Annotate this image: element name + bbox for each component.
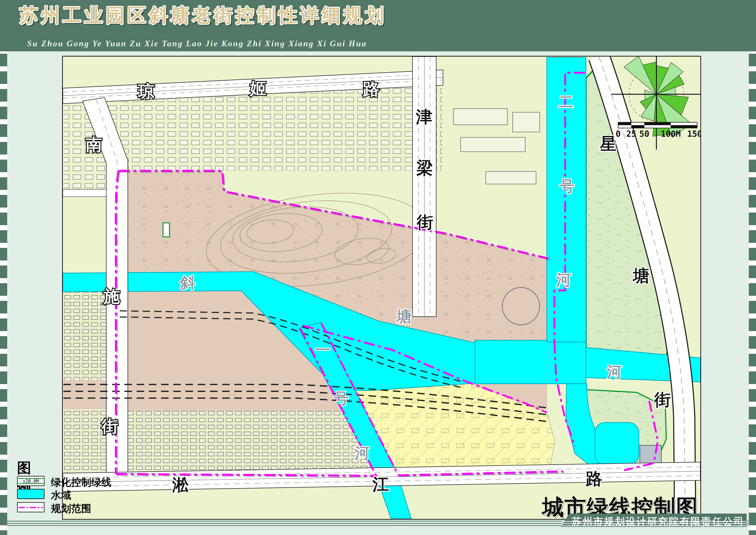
legend-label-green-line: 绿化控制绿线 xyxy=(51,476,111,489)
scale-tick: 25 xyxy=(626,129,636,139)
river-island xyxy=(502,288,540,325)
road-label-qiongji-2: 姬 xyxy=(249,79,266,98)
road-label-qiongji-3: 路 xyxy=(363,80,379,98)
legend-symbol-water xyxy=(17,489,44,499)
road-label-jinliang-2: 梁 xyxy=(417,159,433,177)
road-label-nanshi-2: 施 xyxy=(103,287,120,305)
river-label-xietang-2: 塘 xyxy=(396,308,412,325)
river-label-xietang-3: 河 xyxy=(607,363,622,380)
road-label-jinliang-3: 街 xyxy=(416,213,433,231)
plan-map: N 0 25 50 100M 150M 琼 姬 路 南 施 街 津 梁 街 二 xyxy=(63,57,700,519)
film-strip-left xyxy=(0,51,7,535)
arrow-updown-icon: ↕ xyxy=(23,478,25,484)
road-label-jinliang-1: 津 xyxy=(416,107,433,126)
header-band: 苏州工业园区斜塘老街控制性详细规划 Su Zhou Gong Ye Yuan Z… xyxy=(0,0,756,51)
legend-label-water: 水域 xyxy=(51,489,71,502)
road-label-songjiang-2: 江 xyxy=(372,475,389,493)
river-label-no2-3: 河 xyxy=(556,271,571,288)
road-label-songjiang-3: 路 xyxy=(585,469,602,488)
film-strip-right xyxy=(749,51,756,535)
scale-tick: 50 xyxy=(639,129,649,139)
scale-tick: 100M xyxy=(661,129,681,139)
sheet-subtitle-pinyin: Su Zhou Gong Ye Yuan Zu Xie Tang Lao Jie… xyxy=(27,39,367,48)
river-label-no2-1: 二 xyxy=(558,93,574,110)
river-label-no1-3: 河 xyxy=(354,444,370,461)
park-pond xyxy=(595,423,639,465)
banner-line xyxy=(562,525,747,526)
road-label-qiongji-1: 琼 xyxy=(138,82,155,100)
road-label-xingtang-1: 星 xyxy=(600,134,616,153)
park-building xyxy=(640,445,662,464)
road-label-xingtang-3: 街 xyxy=(654,390,671,409)
sheet-title: 苏州工业园区斜塘老街控制性详细规划 xyxy=(19,3,387,28)
green-line-sample xyxy=(163,223,170,237)
legend-symbol-boundary xyxy=(17,502,44,512)
river-label-xietang-1: 斜 xyxy=(180,274,195,291)
banner-line xyxy=(562,521,747,522)
company-banner: 苏州市规划设计研究院有限责任公司 xyxy=(561,514,747,527)
road-label-nanshi-1: 南 xyxy=(86,135,102,154)
river-label-no2-2: 号 xyxy=(559,178,575,195)
legend-label-boundary: 规划范围 xyxy=(51,502,91,516)
river-junction xyxy=(475,340,586,384)
legend-symbol-green-line: ↕20.0M xyxy=(17,476,44,486)
river-label-no1-1: 一 xyxy=(315,341,330,358)
road-west-spur xyxy=(63,189,106,197)
river-label-no1-2: 号 xyxy=(334,390,349,407)
map-canvas: N 0 25 50 100M 150M 琼 姬 路 南 施 街 津 梁 街 二 xyxy=(62,56,701,520)
legend-dimension: ↕20.0M xyxy=(18,478,44,484)
road-label-songjiang-1: 淞 xyxy=(172,476,189,494)
banner-line xyxy=(562,523,747,524)
road-label-xingtang-2: 塘 xyxy=(632,267,650,285)
plan-sheet: 苏州工业园区斜塘老街控制性详细规划 Su Zhou Gong Ye Yuan Z… xyxy=(0,0,756,535)
scale-tick: 150M xyxy=(687,129,700,139)
road-label-nanshi-3: 街 xyxy=(101,417,118,436)
